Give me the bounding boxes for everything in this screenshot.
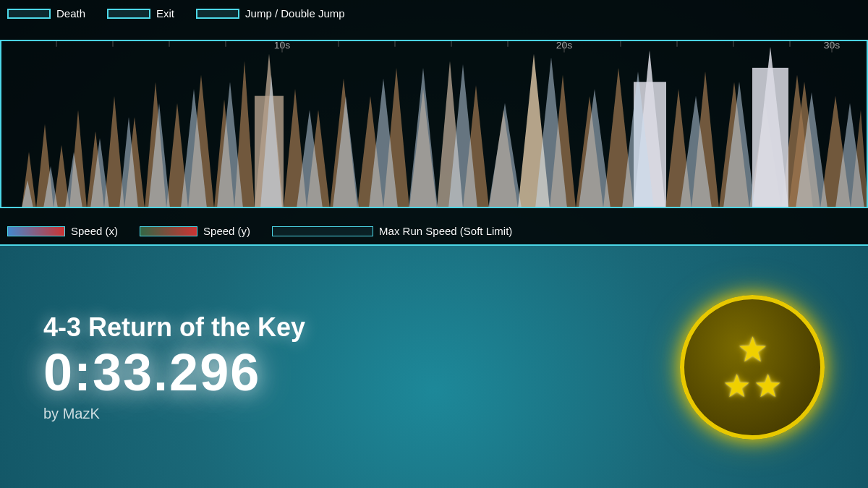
exit-label: Exit xyxy=(156,7,174,20)
star-bottom-right: ★ xyxy=(754,370,782,402)
legend-death: Death xyxy=(7,7,85,20)
star-top: ★ xyxy=(737,333,768,367)
legend-max-run: Max Run Speed (Soft Limit) xyxy=(272,225,512,237)
death-color-box xyxy=(7,9,51,19)
stars-bottom-row: ★ ★ xyxy=(723,370,782,402)
timer-display: 0:33.296 xyxy=(43,346,637,398)
svg-marker-71 xyxy=(488,103,522,208)
legend-exit: Exit xyxy=(107,7,174,20)
stars-top-row: ★ xyxy=(737,333,768,367)
exit-color-box xyxy=(107,9,150,19)
stars-badge: ★ ★ ★ xyxy=(680,295,825,440)
death-label: Death xyxy=(56,7,85,20)
legend-jump: Jump / Double Jump xyxy=(196,7,345,20)
svg-marker-69 xyxy=(409,68,438,208)
legend-bottom: Speed (x) Speed (y) Max Run Speed (Soft … xyxy=(7,225,861,237)
speed-y-gradient xyxy=(140,226,197,236)
chart-container: Death Exit Jump / Double Jump 10s 20s 30… xyxy=(0,0,868,246)
max-run-label: Max Run Speed (Soft Limit) xyxy=(379,225,512,237)
speed-x-gradient xyxy=(7,226,65,236)
info-section: 4-3 Return of the Key 0:33.296 by MazK ★… xyxy=(0,246,868,488)
speed-y-label: Speed (y) xyxy=(203,225,250,237)
jump-label: Jump / Double Jump xyxy=(245,7,345,20)
star-bottom-left: ★ xyxy=(723,370,751,402)
level-name: 4-3 Return of the Key xyxy=(43,312,637,343)
legend-top: Death Exit Jump / Double Jump xyxy=(7,7,861,20)
max-run-box xyxy=(272,226,373,236)
legend-speed-x: Speed (x) xyxy=(7,225,118,237)
text-block: 4-3 Return of the Key 0:33.296 by MazK xyxy=(0,298,680,437)
jump-color-box xyxy=(196,9,239,19)
stars-circle: ★ ★ ★ xyxy=(680,295,825,440)
author-display: by MazK xyxy=(43,406,637,422)
chart-canvas: 10s 20s 30s xyxy=(0,40,868,208)
legend-speed-y: Speed (y) xyxy=(140,225,250,237)
speed-x-label: Speed (x) xyxy=(71,225,118,237)
